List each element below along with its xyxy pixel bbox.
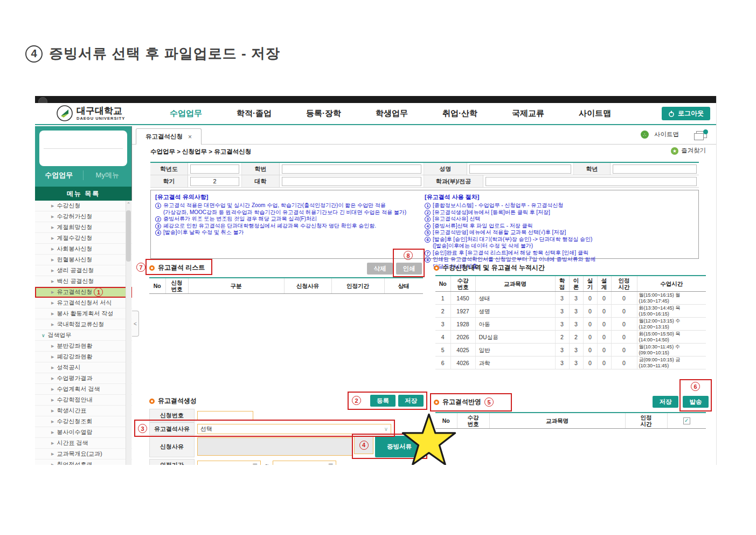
- sidebar-item-social-service[interactable]: ▶사회봉사신청: [35, 244, 132, 255]
- nav-item-classwork[interactable]: 수업업무: [170, 108, 202, 119]
- absence-reason-select[interactable]: 선택∨: [197, 424, 391, 434]
- sidebar-item-credit-guide[interactable]: ▶수강학점안내: [35, 395, 132, 406]
- sidebar-item-section-status[interactable]: ▶분반강좌현황: [35, 341, 132, 352]
- sitemap-link[interactable]: 사이트맵: [654, 131, 679, 139]
- grade-input[interactable]: [613, 164, 697, 174]
- calendar-icon[interactable]: ▦: [253, 462, 258, 465]
- dept-input[interactable]: [485, 177, 697, 186]
- notice-left-title: [유고결석 유의사항]: [155, 193, 414, 201]
- college-input[interactable]: [282, 177, 421, 186]
- chevron-right-icon: ▶: [51, 236, 54, 241]
- chevron-right-icon: ▶: [51, 312, 54, 316]
- notice-right: [유고결석 사용 절차] 1[종합정보시스템] - 수업업무 - 신청업무 - …: [425, 193, 697, 270]
- credit-section-title: 수강신청내역 및 유고결석 누적시간: [434, 263, 545, 272]
- nav-item-international[interactable]: 국제교류: [512, 108, 544, 119]
- absence-reason-label: 유고결석사유: [149, 422, 195, 435]
- chevron-right-icon: ▶: [51, 420, 54, 424]
- annotation-3: 3: [138, 424, 147, 433]
- col-header: 인정 시간: [625, 413, 667, 429]
- sidebar-item-menstrual-absence[interactable]: ▶생리 공결신청: [35, 265, 132, 276]
- top-navigation: 수업업무 학적·졸업 등록·장학 학생업무 취업·산학 국제교류 사이트맵: [170, 103, 611, 124]
- delete-button[interactable]: 삭제: [367, 263, 393, 275]
- table-row[interactable]: 31928아동33000월(12:00~13:15) 수(12:00~13:15…: [435, 318, 706, 331]
- sidebar-item-course-registration[interactable]: ▶수강신청: [35, 201, 132, 211]
- nav-item-records[interactable]: 학적·졸업: [237, 108, 272, 119]
- sidebar-item-course-permission[interactable]: ▶수강허가신청: [35, 211, 132, 222]
- sidebar-group-search[interactable]: ∨검색업무: [35, 330, 132, 341]
- university-seal-icon: [57, 105, 73, 121]
- sidebar-item-timetable-search[interactable]: ▶시간표 검색: [35, 438, 132, 449]
- scroll-up-icon[interactable]: ⌃: [126, 202, 131, 207]
- nav-item-career[interactable]: 취업·산학: [442, 108, 477, 119]
- col-header: 수업시간: [637, 276, 706, 292]
- col-header: No: [435, 276, 450, 292]
- sidebar-collapse-handle[interactable]: <: [132, 311, 139, 337]
- section-bullet-icon: [434, 265, 439, 271]
- select-all-checkbox[interactable]: ✓: [683, 417, 690, 424]
- col-header: 교과목명: [475, 276, 555, 292]
- table-row[interactable]: 11450생태33000월(15:00~16:15) 월(16:30~17:45…: [435, 292, 706, 305]
- page: 4 증빙서류 선택 후 파일업로드 - 저장 대구대학교 DAEGU UNIVE…: [0, 0, 756, 535]
- title-text: 증빙서류 선택 후 파일업로드 - 저장: [49, 44, 280, 63]
- sidebar-item-seasonal-wish[interactable]: ▶계절희망신청: [35, 222, 132, 233]
- calendar-icon[interactable]: ▦: [328, 462, 333, 465]
- nav-item-sitemap[interactable]: 사이트맵: [579, 108, 611, 119]
- year-input[interactable]: [190, 164, 239, 174]
- sidebar-scrollbar-thumb[interactable]: [126, 210, 131, 262]
- name-input[interactable]: [469, 164, 571, 174]
- grade-label: 학년: [574, 163, 611, 175]
- table-row[interactable]: 42026DU실용22000화(15:00~15:50) 목(14:00~14:…: [435, 331, 706, 344]
- register-button[interactable]: 등록: [370, 395, 396, 407]
- browser-top-bar: [35, 96, 717, 103]
- period-to-input[interactable]: ▦: [273, 461, 336, 465]
- sidebar-tab-mymenu[interactable]: My메뉴: [84, 170, 132, 180]
- sidebar-item-partial[interactable]: ▶취업적성훈련: [35, 459, 132, 465]
- sidebar-item-absence-form[interactable]: ▶유고결석신청서 서식: [35, 298, 132, 308]
- sidebar-item-service-plan[interactable]: ▶봉사 활동계획서 작성: [35, 308, 132, 319]
- sidebar-item-absence-application[interactable]: ▶유고결석신청 1: [35, 287, 132, 298]
- nav-item-student-affairs[interactable]: 학생업무: [376, 108, 408, 119]
- window-icon[interactable]: [696, 131, 707, 138]
- breadcrumb: 수업업무 > 신청업무 > 유고결석신청: [150, 148, 251, 156]
- sidebar-item-seasonal-registration[interactable]: ▶계절수강신청: [35, 233, 132, 244]
- sidebar-item-student-timetable[interactable]: ▶학생시간표: [35, 406, 132, 416]
- apply-save-button[interactable]: 저장: [653, 396, 678, 408]
- table-row[interactable]: 21927생명33000화(13:30~14:45) 목(15:00~16:15…: [435, 305, 706, 318]
- sidebar-item-course-outline[interactable]: ▶교과목개요(교과): [35, 449, 132, 459]
- create-save-button[interactable]: 저장: [398, 395, 424, 407]
- sidebar-item-service-record[interactable]: ▶봉사이수열람: [35, 427, 132, 438]
- tab-close-icon[interactable]: ×: [188, 133, 192, 141]
- sidebar-item-course-evaluation[interactable]: ▶수업평가결과: [35, 373, 132, 384]
- col-header: 신청사유: [284, 278, 331, 294]
- nav-item-registration[interactable]: 등록·장학: [306, 108, 341, 119]
- chevron-right-icon: ▶: [51, 387, 54, 392]
- sidebar-item-syllabus-search[interactable]: ▶수업계획서 검색: [35, 384, 132, 395]
- semester-input[interactable]: 2: [190, 177, 239, 186]
- sidebar-item-registration-inquiry[interactable]: ▶수강신청조회: [35, 416, 132, 427]
- sidebar-item-vaccine-absence[interactable]: ▶백신 공결신청: [35, 276, 132, 287]
- sidebar-item-domestic-credit-exchange[interactable]: ▶국내학점교류신청: [35, 319, 132, 330]
- period-from-input[interactable]: ▦: [197, 461, 261, 465]
- logout-button[interactable]: 로그아웃: [662, 107, 710, 120]
- application-no-input[interactable]: [197, 411, 253, 421]
- table-row[interactable]: 54025일반33000월(10:30~11:45) 수(09:00~10:15…: [435, 344, 706, 356]
- col-header: 신청 번호: [165, 278, 188, 294]
- print-button[interactable]: 인쇄: [396, 263, 422, 275]
- chevron-right-icon: ▶: [51, 398, 54, 402]
- sidebar-item-blood-donation[interactable]: ▶헌혈봉사신청: [35, 255, 132, 265]
- chevron-right-icon: ▶: [51, 366, 54, 370]
- sidebar-item-grade-posting[interactable]: ▶성적공시: [35, 362, 132, 373]
- tab-absence-application[interactable]: 유고결석신청 ×: [136, 128, 202, 145]
- send-button[interactable]: 발송: [683, 396, 709, 408]
- app-header: 대구대학교 DAEGU UNIVERSITY 수업업무 학적·졸업 등록·장학 …: [35, 103, 717, 125]
- sidebar-item-closed-course-status[interactable]: ▶폐강강좌현황: [35, 352, 132, 362]
- notice-box: [유고결석 유의사항] 1유고결석 적용은 대면수업 및 실시간 Zoom 수업…: [150, 190, 699, 259]
- annotation-5: 5: [484, 397, 494, 407]
- section-bullet-icon: [149, 399, 155, 404]
- favorite-link[interactable]: ★ 즐겨찾기: [671, 147, 706, 155]
- student-id-input[interactable]: [282, 164, 421, 174]
- sidebar-tab-classwork[interactable]: 수업업무: [35, 170, 84, 180]
- detail-reason-textarea[interactable]: [197, 437, 352, 456]
- table-row[interactable]: 64026과학33000금(09:00~10:15) 금(10:30~11:45…: [435, 356, 706, 369]
- period-label: 인정기간: [149, 459, 195, 465]
